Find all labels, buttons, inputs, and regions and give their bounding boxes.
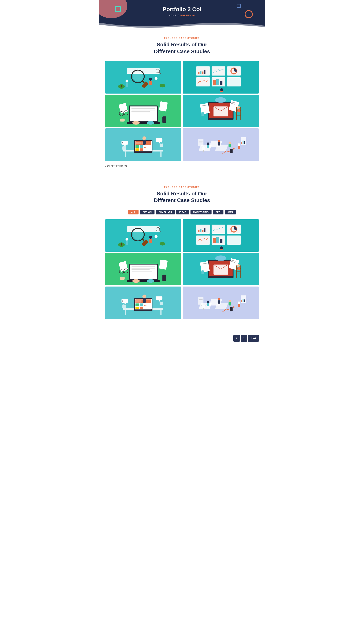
svg-point-91 bbox=[142, 136, 146, 140]
svg-rect-53 bbox=[162, 116, 166, 123]
svg-rect-18 bbox=[198, 72, 200, 74]
page-header: Portfolio 2 Col HOME / PORTFOLIO bbox=[99, 0, 265, 29]
svg-point-217 bbox=[218, 298, 220, 301]
svg-rect-193 bbox=[160, 310, 161, 315]
svg-text:$: $ bbox=[122, 142, 123, 144]
svg-rect-42 bbox=[132, 113, 152, 113]
breadcrumb-current: PORTFOLIO bbox=[180, 14, 195, 17]
portfolio-item-2-4[interactable] bbox=[182, 253, 259, 285]
svg-rect-10 bbox=[155, 80, 157, 84]
svg-rect-182 bbox=[240, 266, 241, 278]
svg-marker-90 bbox=[159, 142, 160, 144]
svg-rect-111 bbox=[241, 142, 242, 144]
svg-rect-81 bbox=[136, 145, 139, 148]
portfolio-item-4[interactable] bbox=[182, 95, 259, 127]
svg-rect-133 bbox=[121, 243, 122, 246]
breadcrumb-home[interactable]: HOME bbox=[169, 14, 176, 17]
portfolio-item-3[interactable] bbox=[105, 95, 182, 127]
svg-rect-152 bbox=[220, 239, 222, 243]
svg-rect-200 bbox=[136, 307, 139, 309]
svg-rect-160 bbox=[132, 269, 150, 270]
svg-rect-32 bbox=[216, 79, 219, 85]
filter-design[interactable]: DESIGN bbox=[140, 210, 154, 215]
svg-rect-209 bbox=[143, 298, 146, 303]
svg-point-100 bbox=[218, 139, 220, 142]
svg-rect-155 bbox=[220, 250, 223, 250]
svg-rect-84 bbox=[140, 148, 143, 151]
filter-digital-pr[interactable]: DIGITAL-PR bbox=[156, 210, 175, 215]
portfolio-item-6[interactable] bbox=[182, 128, 259, 161]
next-button[interactable]: Next bbox=[248, 335, 259, 342]
breadcrumb: HOME / PORTFOLIO bbox=[103, 14, 261, 17]
svg-rect-62 bbox=[236, 107, 237, 120]
portfolio-item-2-2[interactable] bbox=[182, 219, 259, 252]
svg-line-169 bbox=[124, 271, 124, 272]
svg-rect-232 bbox=[230, 307, 232, 311]
svg-rect-216 bbox=[207, 303, 209, 306]
svg-rect-179 bbox=[200, 261, 210, 273]
svg-point-98 bbox=[207, 142, 209, 145]
svg-rect-93 bbox=[122, 146, 126, 150]
page-1-button[interactable]: 1 bbox=[233, 335, 240, 342]
svg-rect-40 bbox=[132, 110, 155, 110]
svg-point-106 bbox=[202, 146, 205, 150]
filter-seo[interactable]: SEO bbox=[213, 210, 224, 215]
svg-marker-207 bbox=[159, 300, 160, 302]
portfolio-item-2-5[interactable]: NOW $ bbox=[105, 287, 182, 319]
svg-rect-161 bbox=[132, 271, 152, 272]
svg-text:$: $ bbox=[122, 300, 123, 302]
portfolio-item-2-3[interactable] bbox=[105, 253, 182, 285]
svg-point-128 bbox=[154, 235, 157, 238]
svg-rect-14 bbox=[121, 85, 122, 87]
portfolio-item-2-1[interactable] bbox=[105, 219, 182, 252]
page-title: Portfolio 2 Col bbox=[103, 6, 261, 13]
svg-rect-103 bbox=[228, 144, 231, 147]
svg-rect-60 bbox=[200, 103, 210, 114]
svg-rect-140 bbox=[204, 229, 206, 232]
svg-point-7 bbox=[149, 78, 152, 80]
portfolio-item-5[interactable]: NOW $ bbox=[105, 128, 182, 161]
svg-rect-220 bbox=[228, 302, 231, 305]
svg-rect-94 bbox=[160, 144, 163, 147]
svg-rect-189 bbox=[202, 270, 204, 274]
svg-rect-8 bbox=[149, 81, 152, 85]
svg-point-163 bbox=[132, 279, 140, 283]
svg-point-154 bbox=[220, 247, 223, 249]
section2-title: Solid Results of Our Different Case Stud… bbox=[105, 190, 259, 204]
svg-rect-82 bbox=[140, 145, 143, 148]
svg-rect-21 bbox=[204, 70, 206, 74]
svg-rect-105 bbox=[238, 146, 240, 149]
filter-monitoring[interactable]: MONITORING bbox=[190, 210, 212, 215]
section1-label: EXPLORE CASE STUDIES bbox=[105, 37, 259, 39]
svg-rect-113 bbox=[244, 141, 245, 144]
svg-rect-222 bbox=[238, 304, 240, 307]
svg-rect-213 bbox=[215, 303, 228, 309]
svg-point-104 bbox=[238, 143, 240, 146]
svg-rect-206 bbox=[156, 296, 162, 300]
portfolio-item-1[interactable] bbox=[105, 61, 182, 94]
portfolio-item-2-6[interactable] bbox=[182, 287, 259, 319]
page-2-button[interactable]: 2 bbox=[241, 335, 247, 342]
svg-rect-99 bbox=[207, 145, 209, 148]
svg-rect-127 bbox=[149, 239, 152, 243]
svg-rect-229 bbox=[242, 299, 244, 302]
filter-all[interactable]: ALL bbox=[128, 210, 138, 215]
filter-smm[interactable]: SMM bbox=[225, 210, 236, 215]
header-wave bbox=[99, 19, 265, 29]
svg-rect-43 bbox=[127, 122, 160, 124]
svg-rect-73 bbox=[125, 151, 126, 157]
svg-point-15 bbox=[160, 84, 165, 87]
svg-point-11 bbox=[126, 79, 128, 82]
svg-rect-199 bbox=[140, 304, 143, 306]
svg-rect-112 bbox=[242, 140, 244, 144]
svg-rect-31 bbox=[213, 80, 216, 85]
svg-rect-83 bbox=[136, 148, 139, 151]
svg-point-126 bbox=[149, 236, 152, 239]
svg-rect-198 bbox=[136, 304, 139, 306]
older-entries[interactable]: « OLDER ENTRIES bbox=[105, 165, 259, 168]
portfolio-item-2[interactable] bbox=[182, 61, 259, 94]
filter-ideas[interactable]: IDEAS bbox=[176, 210, 189, 215]
svg-rect-65 bbox=[236, 113, 241, 113]
portfolio-grid-2: NOW $ bbox=[105, 219, 259, 319]
svg-rect-34 bbox=[227, 77, 241, 86]
